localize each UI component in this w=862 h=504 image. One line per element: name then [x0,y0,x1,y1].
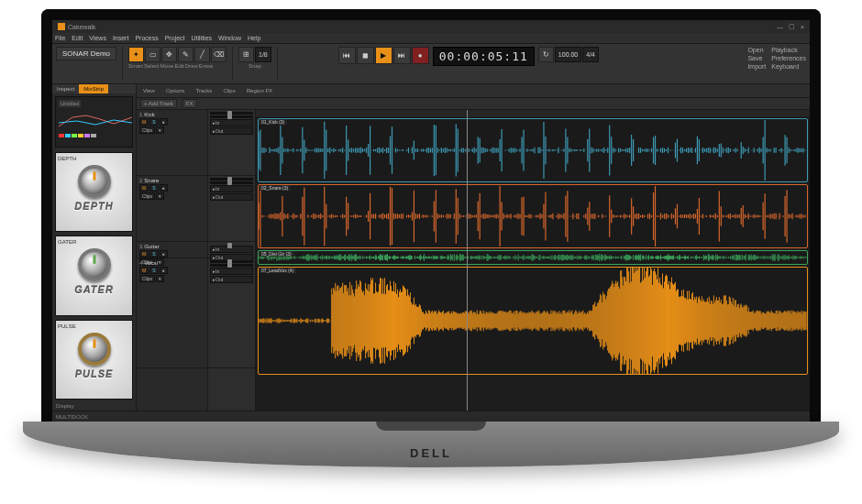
input-selector[interactable]: ▸In [210,268,253,275]
plugin-gater[interactable]: GATER GATER [55,236,133,315]
multidock-label[interactable]: MULTIDOCK [56,414,88,420]
window-max-icon[interactable]: ▢ [789,23,795,30]
output-selector[interactable]: ▸Out [210,276,253,283]
chevron-down-icon[interactable]: ▾ [156,192,164,200]
track-header[interactable]: 1 Kick M S ● Clips▾ [137,110,207,176]
trackbar-regionfx[interactable]: Region FX [244,87,275,94]
keyboard-button[interactable]: Keyboard [771,63,806,70]
swatch[interactable] [91,134,96,137]
input-selector[interactable]: ▸In [210,119,253,126]
rewind-button[interactable]: ⏮ [338,47,356,64]
menu-project[interactable]: Project [165,35,185,41]
tracks-area: 1 Kick M S ● Clips▾2 Snare M S ● Clips▾3… [137,110,810,411]
pan-slider[interactable] [210,181,253,184]
stop-button[interactable]: ◼ [357,47,374,64]
window-close-icon[interactable]: × [801,24,804,30]
audio-clip[interactable]: 05_Dist Gtr (3) [258,250,808,265]
arm-button[interactable]: ● [160,118,168,126]
draw-tool-button[interactable]: ╱ [194,47,210,62]
arm-button[interactable]: ● [160,267,168,274]
add-track-button[interactable]: + Add Track [140,99,177,108]
track-header[interactable]: 3 Guitar M S ● Clips▾ [137,242,207,258]
solo-button[interactable]: S [149,118,158,126]
loop-button[interactable]: ↻ [538,47,554,62]
playhead[interactable] [467,110,468,411]
timesig-field[interactable]: 4/4 [582,47,599,62]
patch-preview[interactable]: Untitled [55,96,133,148]
knob[interactable] [78,248,111,281]
erase-tool-button[interactable]: ⌫ [211,47,227,62]
arm-button[interactable]: ● [160,250,168,257]
window-min-icon[interactable]: — [777,24,783,30]
menu-utilities[interactable]: Utilities [192,35,213,41]
chevron-down-icon[interactable]: ▾ [156,126,164,134]
clips-chip[interactable]: Clips [139,126,155,134]
trackbar-clips[interactable]: Clips [220,87,238,94]
timecode-display[interactable]: 00:00:05:11 [433,47,535,66]
smart-tool-button[interactable]: ✦ [128,47,144,62]
solo-button[interactable]: S [149,267,158,274]
plugin-header: DEPTH [56,156,76,161]
swatch[interactable] [84,134,90,137]
save-button[interactable]: Save [747,55,766,61]
menu-file[interactable]: File [55,35,65,41]
import-button[interactable]: Import [747,63,766,70]
knob[interactable] [78,165,111,198]
pan-slider[interactable] [210,115,253,118]
track-header[interactable]: 2 Snare M S ● Clips▾ [137,176,207,242]
preferences-button[interactable]: Preferences [771,55,806,61]
clips-chip[interactable]: Clips [139,192,155,200]
play-button[interactable]: ▶ [375,47,392,64]
menu-views[interactable]: Views [89,35,106,41]
track-header[interactable]: 4 Vocal M S ● Clips▾ [137,258,207,368]
mute-button[interactable]: M [139,184,149,192]
menu-insert[interactable]: Insert [113,35,129,41]
pan-slider[interactable] [210,264,253,267]
tempo-field[interactable]: 100.00 [555,47,581,62]
solo-button[interactable]: S [149,184,158,192]
trackbar-tracks[interactable]: Tracks [193,87,216,94]
mute-button[interactable]: M [139,118,149,126]
output-selector[interactable]: ▸Out [210,127,253,135]
menu-window[interactable]: Window [218,35,241,41]
select-tool-button[interactable]: ▭ [145,47,160,62]
plugin-pulse[interactable]: PULSE PULSE [55,320,133,400]
snap-toggle-button[interactable]: ⊞ [238,47,254,62]
trackbar: View Options Tracks Clips Region FX [137,84,810,98]
tab-inspect[interactable]: Inspect [52,84,79,93]
snap-value-field[interactable]: 1/8 [255,47,271,62]
swatch[interactable] [65,134,71,137]
clip-label: 07_LeadVox (4) [259,268,296,273]
open-button[interactable]: Open [747,47,766,53]
move-tool-button[interactable]: ✥ [161,47,177,62]
swatch[interactable] [72,134,77,137]
solo-button[interactable]: S [149,250,158,257]
knob[interactable] [78,333,111,366]
input-selector[interactable]: ▸In [210,185,253,192]
audio-clip[interactable]: 01_Kick (3) [258,118,808,182]
arm-button[interactable]: ● [160,184,168,192]
forward-button[interactable]: ⏭ [393,47,411,64]
clips-chip[interactable]: Clips [139,275,155,282]
audio-clip[interactable]: 07_LeadVox (4) [258,267,808,375]
plugin-depth[interactable]: DEPTH DEPTH [55,152,133,232]
tool-label: Smart [128,63,143,69]
trackbar-view[interactable]: View [140,87,158,94]
edit-tool-button[interactable]: ✎ [178,47,193,62]
output-selector[interactable]: ▸Out [210,193,253,201]
chevron-down-icon[interactable]: ▾ [156,275,164,282]
playback-button[interactable]: Playback [771,47,806,53]
record-button[interactable]: ● [412,47,429,64]
menu-process[interactable]: Process [135,35,158,41]
timeline-ruler[interactable] [256,110,810,118]
mute-button[interactable]: M [139,250,149,257]
swatch[interactable] [78,134,83,137]
mute-button[interactable]: M [139,267,149,274]
menu-edit[interactable]: Edit [72,35,83,41]
menu-help[interactable]: Help [248,35,260,41]
audio-clip[interactable]: 02_Snare (3) [258,184,808,248]
fx-button[interactable]: FX [182,99,197,108]
swatch[interactable] [59,134,64,137]
trackbar-options[interactable]: Options [163,87,188,94]
tab-mixstrip[interactable]: MixStrip [79,84,108,93]
